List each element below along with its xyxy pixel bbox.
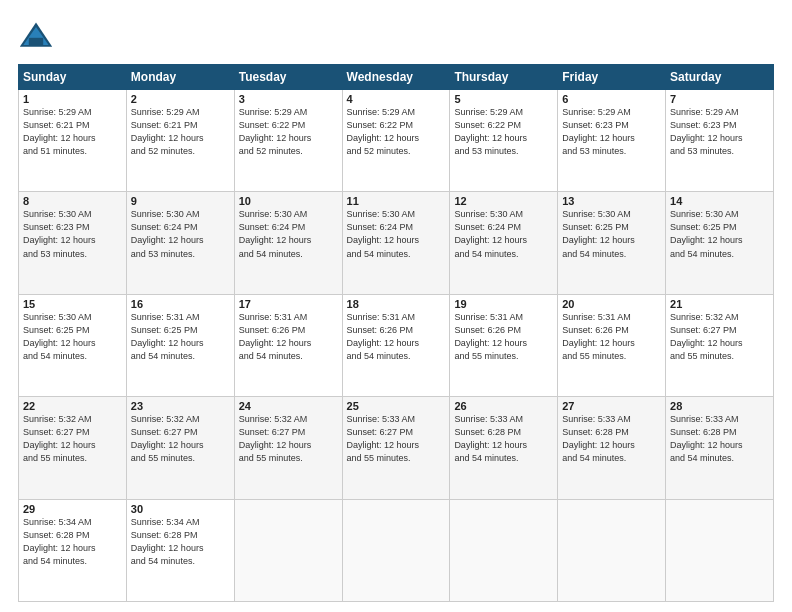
calendar-cell: 25Sunrise: 5:33 AMSunset: 6:27 PMDayligh… [342, 397, 450, 499]
day-number: 19 [454, 298, 553, 310]
day-number: 24 [239, 400, 338, 412]
cell-info: Sunrise: 5:29 AMSunset: 6:21 PMDaylight:… [23, 106, 122, 158]
calendar-cell: 21Sunrise: 5:32 AMSunset: 6:27 PMDayligh… [666, 294, 774, 396]
day-number: 26 [454, 400, 553, 412]
cell-info: Sunrise: 5:34 AMSunset: 6:28 PMDaylight:… [23, 516, 122, 568]
calendar-cell: 24Sunrise: 5:32 AMSunset: 6:27 PMDayligh… [234, 397, 342, 499]
cell-info: Sunrise: 5:30 AMSunset: 6:24 PMDaylight:… [239, 208, 338, 260]
day-number: 14 [670, 195, 769, 207]
calendar-cell: 9Sunrise: 5:30 AMSunset: 6:24 PMDaylight… [126, 192, 234, 294]
calendar-week-row: 1Sunrise: 5:29 AMSunset: 6:21 PMDaylight… [19, 90, 774, 192]
weekday-header: Monday [126, 65, 234, 90]
calendar-cell: 29Sunrise: 5:34 AMSunset: 6:28 PMDayligh… [19, 499, 127, 601]
page: SundayMondayTuesdayWednesdayThursdayFrid… [0, 0, 792, 612]
day-number: 20 [562, 298, 661, 310]
calendar-week-row: 15Sunrise: 5:30 AMSunset: 6:25 PMDayligh… [19, 294, 774, 396]
cell-info: Sunrise: 5:34 AMSunset: 6:28 PMDaylight:… [131, 516, 230, 568]
cell-info: Sunrise: 5:32 AMSunset: 6:27 PMDaylight:… [23, 413, 122, 465]
calendar-cell: 16Sunrise: 5:31 AMSunset: 6:25 PMDayligh… [126, 294, 234, 396]
calendar-cell: 2Sunrise: 5:29 AMSunset: 6:21 PMDaylight… [126, 90, 234, 192]
day-number: 3 [239, 93, 338, 105]
calendar-week-row: 29Sunrise: 5:34 AMSunset: 6:28 PMDayligh… [19, 499, 774, 601]
day-number: 15 [23, 298, 122, 310]
calendar-cell: 20Sunrise: 5:31 AMSunset: 6:26 PMDayligh… [558, 294, 666, 396]
cell-info: Sunrise: 5:30 AMSunset: 6:23 PMDaylight:… [23, 208, 122, 260]
cell-info: Sunrise: 5:33 AMSunset: 6:27 PMDaylight:… [347, 413, 446, 465]
weekday-header: Tuesday [234, 65, 342, 90]
day-number: 25 [347, 400, 446, 412]
cell-info: Sunrise: 5:33 AMSunset: 6:28 PMDaylight:… [454, 413, 553, 465]
day-number: 11 [347, 195, 446, 207]
cell-info: Sunrise: 5:29 AMSunset: 6:21 PMDaylight:… [131, 106, 230, 158]
calendar-cell: 19Sunrise: 5:31 AMSunset: 6:26 PMDayligh… [450, 294, 558, 396]
cell-info: Sunrise: 5:30 AMSunset: 6:24 PMDaylight:… [347, 208, 446, 260]
calendar-cell: 28Sunrise: 5:33 AMSunset: 6:28 PMDayligh… [666, 397, 774, 499]
header [18, 18, 774, 54]
weekday-header: Saturday [666, 65, 774, 90]
day-number: 18 [347, 298, 446, 310]
calendar-week-row: 8Sunrise: 5:30 AMSunset: 6:23 PMDaylight… [19, 192, 774, 294]
cell-info: Sunrise: 5:30 AMSunset: 6:25 PMDaylight:… [670, 208, 769, 260]
weekday-header: Thursday [450, 65, 558, 90]
calendar-cell: 27Sunrise: 5:33 AMSunset: 6:28 PMDayligh… [558, 397, 666, 499]
cell-info: Sunrise: 5:30 AMSunset: 6:25 PMDaylight:… [562, 208, 661, 260]
day-number: 27 [562, 400, 661, 412]
day-number: 30 [131, 503, 230, 515]
svg-rect-2 [29, 38, 43, 45]
cell-info: Sunrise: 5:31 AMSunset: 6:25 PMDaylight:… [131, 311, 230, 363]
calendar-week-row: 22Sunrise: 5:32 AMSunset: 6:27 PMDayligh… [19, 397, 774, 499]
day-number: 21 [670, 298, 769, 310]
day-number: 1 [23, 93, 122, 105]
calendar-cell: 7Sunrise: 5:29 AMSunset: 6:23 PMDaylight… [666, 90, 774, 192]
cell-info: Sunrise: 5:32 AMSunset: 6:27 PMDaylight:… [131, 413, 230, 465]
calendar-cell: 23Sunrise: 5:32 AMSunset: 6:27 PMDayligh… [126, 397, 234, 499]
calendar-header-row: SundayMondayTuesdayWednesdayThursdayFrid… [19, 65, 774, 90]
calendar-cell: 13Sunrise: 5:30 AMSunset: 6:25 PMDayligh… [558, 192, 666, 294]
cell-info: Sunrise: 5:32 AMSunset: 6:27 PMDaylight:… [670, 311, 769, 363]
cell-info: Sunrise: 5:31 AMSunset: 6:26 PMDaylight:… [454, 311, 553, 363]
cell-info: Sunrise: 5:31 AMSunset: 6:26 PMDaylight:… [239, 311, 338, 363]
day-number: 28 [670, 400, 769, 412]
calendar-cell [234, 499, 342, 601]
calendar-cell [342, 499, 450, 601]
day-number: 10 [239, 195, 338, 207]
calendar-table: SundayMondayTuesdayWednesdayThursdayFrid… [18, 64, 774, 602]
calendar-cell [450, 499, 558, 601]
day-number: 9 [131, 195, 230, 207]
calendar-cell: 30Sunrise: 5:34 AMSunset: 6:28 PMDayligh… [126, 499, 234, 601]
day-number: 2 [131, 93, 230, 105]
day-number: 13 [562, 195, 661, 207]
day-number: 4 [347, 93, 446, 105]
calendar-cell: 15Sunrise: 5:30 AMSunset: 6:25 PMDayligh… [19, 294, 127, 396]
calendar-cell: 17Sunrise: 5:31 AMSunset: 6:26 PMDayligh… [234, 294, 342, 396]
calendar-cell: 18Sunrise: 5:31 AMSunset: 6:26 PMDayligh… [342, 294, 450, 396]
logo [18, 18, 60, 54]
weekday-header: Wednesday [342, 65, 450, 90]
cell-info: Sunrise: 5:29 AMSunset: 6:23 PMDaylight:… [562, 106, 661, 158]
calendar-cell: 10Sunrise: 5:30 AMSunset: 6:24 PMDayligh… [234, 192, 342, 294]
calendar-cell: 5Sunrise: 5:29 AMSunset: 6:22 PMDaylight… [450, 90, 558, 192]
cell-info: Sunrise: 5:31 AMSunset: 6:26 PMDaylight:… [562, 311, 661, 363]
day-number: 12 [454, 195, 553, 207]
calendar-cell: 14Sunrise: 5:30 AMSunset: 6:25 PMDayligh… [666, 192, 774, 294]
cell-info: Sunrise: 5:33 AMSunset: 6:28 PMDaylight:… [670, 413, 769, 465]
logo-icon [18, 18, 54, 54]
calendar-cell [558, 499, 666, 601]
day-number: 29 [23, 503, 122, 515]
weekday-header: Sunday [19, 65, 127, 90]
cell-info: Sunrise: 5:29 AMSunset: 6:23 PMDaylight:… [670, 106, 769, 158]
cell-info: Sunrise: 5:29 AMSunset: 6:22 PMDaylight:… [347, 106, 446, 158]
day-number: 8 [23, 195, 122, 207]
calendar-cell: 26Sunrise: 5:33 AMSunset: 6:28 PMDayligh… [450, 397, 558, 499]
day-number: 22 [23, 400, 122, 412]
cell-info: Sunrise: 5:33 AMSunset: 6:28 PMDaylight:… [562, 413, 661, 465]
day-number: 23 [131, 400, 230, 412]
cell-info: Sunrise: 5:31 AMSunset: 6:26 PMDaylight:… [347, 311, 446, 363]
day-number: 6 [562, 93, 661, 105]
cell-info: Sunrise: 5:30 AMSunset: 6:24 PMDaylight:… [131, 208, 230, 260]
cell-info: Sunrise: 5:29 AMSunset: 6:22 PMDaylight:… [454, 106, 553, 158]
calendar-cell: 6Sunrise: 5:29 AMSunset: 6:23 PMDaylight… [558, 90, 666, 192]
calendar-cell: 4Sunrise: 5:29 AMSunset: 6:22 PMDaylight… [342, 90, 450, 192]
calendar-cell: 22Sunrise: 5:32 AMSunset: 6:27 PMDayligh… [19, 397, 127, 499]
calendar-cell [666, 499, 774, 601]
